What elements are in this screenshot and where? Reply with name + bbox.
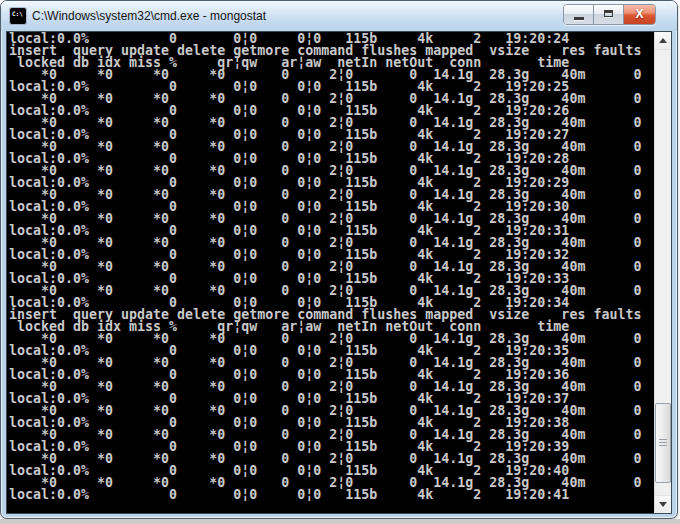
up-arrow-icon [659,38,667,43]
scroll-down-button[interactable] [655,495,671,513]
grip-icon [659,439,667,446]
minimize-icon [574,17,584,20]
terminal-output: local:0.0% 0 0¦0 0¦0 115b 4k 2 19:20:24 … [7,32,654,501]
window-title: C:\Windows\system32\cmd.exe - mongostat [32,9,266,23]
close-icon: X [624,6,655,23]
titlebar[interactable]: C:\ C:\Windows\system32\cmd.exe - mongos… [1,1,677,31]
scrollbar[interactable] [654,32,671,513]
desktop-strip [0,519,680,524]
maximize-icon [604,10,613,17]
cmd-window: C:\ C:\Windows\system32\cmd.exe - mongos… [0,0,678,519]
terminal-client-area: local:0.0% 0 0¦0 0¦0 115b 4k 2 19:20:24 … [6,31,672,514]
scroll-thumb[interactable] [655,403,671,483]
minimize-button[interactable] [564,5,594,24]
down-arrow-icon [659,502,667,507]
scroll-up-button[interactable] [655,32,671,50]
cmd-icon[interactable]: C:\ [10,8,26,24]
terminal-viewport[interactable]: local:0.0% 0 0¦0 0¦0 115b 4k 2 19:20:24 … [7,32,654,513]
close-button[interactable]: X [624,5,655,24]
window-controls: X [563,4,656,25]
maximize-button[interactable] [594,5,624,24]
